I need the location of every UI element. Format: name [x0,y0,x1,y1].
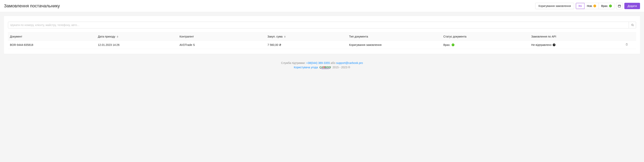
svg-point-1 [632,24,633,26]
cell-type: Коригування замовлення [347,41,442,49]
col-document[interactable]: Документ [8,32,96,41]
col-doc-type[interactable]: Тип документа [347,32,442,41]
sort-icon [117,36,118,38]
col-purchase-sum[interactable]: Закуп. сума [266,32,347,41]
col-status[interactable]: Статус документа [441,32,529,41]
support-email-link[interactable]: support@carbook.pro [336,61,363,64]
page-header: Замовлення постачальнику Коригування зам… [0,0,644,12]
cell-date: 12.01.2023 14:26 [96,41,178,49]
search-icon [631,24,634,26]
orders-table: Документ Дата приходу Контрагент Закуп. … [8,32,636,49]
button-label: Коригування замовлення [538,4,571,8]
cell-api: Не відправлено ? [529,41,617,49]
calendar-button[interactable] [616,3,623,9]
col-actions [617,32,636,41]
search-row [8,22,636,28]
support-label: Служба підтримки: [281,61,306,64]
footer-or: або [331,61,336,64]
table-row[interactable]: BOR-9444-835818 12.01.2023 14:26 AVDTrad… [8,41,636,49]
status-filter-segments: Усі Нов. ! Врах. ✓ [576,3,614,9]
filter-taken-button[interactable]: Врах. ✓ [599,3,614,9]
card-panel: Документ Дата приходу Контрагент Закуп. … [4,16,640,54]
filter-new-button[interactable]: Нов. ! [584,3,599,9]
cell-sum: 7 560,00 ₴ [266,41,347,49]
filter-label: Нов. [587,4,592,8]
table-header-row: Документ Дата приходу Контрагент Закуп. … [8,32,636,41]
exclamation-icon: ! [594,4,596,7]
search-input[interactable] [8,22,629,28]
cell-status: Врах. ✓ [441,41,529,49]
question-icon: ? [553,44,556,46]
carbook-logo: CAЯBOOK cause we love the cars [320,66,331,69]
col-date[interactable]: Дата приходу [96,32,178,41]
cell-actions [617,41,636,49]
footer-years: 2015 - 2023 [332,66,348,69]
check-icon: ✓ [609,4,612,7]
col-api[interactable]: Замовлення по API [529,32,617,41]
user-agreement-link[interactable]: Користувача угода [294,66,318,69]
filter-all-button[interactable]: Усі [576,3,584,9]
header-actions: Коригування замовлення Усі Нов. ! Врах. … [535,3,640,9]
add-button[interactable]: Додати [624,3,640,9]
col-counterparty[interactable]: Контрагент [178,32,266,41]
svg-text:cause we love the cars: cause we love the cars [322,69,329,70]
calendar-icon [618,4,621,8]
filter-label: Усі [578,4,582,8]
cell-document: BOR-9444-835818 [8,41,96,49]
button-label: Додати [628,4,637,8]
page-title: Замовлення постачальнику [4,4,60,8]
order-adjustment-button[interactable]: Коригування замовлення [535,3,574,9]
cell-counterparty: AVDTrade S [178,41,266,49]
svg-rect-0 [618,5,620,7]
check-icon: ✓ [452,44,454,46]
delete-icon[interactable] [625,43,628,46]
sort-icon [284,36,286,38]
svg-text:CAЯBOOK: CAЯBOOK [320,66,331,69]
content-area: Документ Дата приходу Контрагент Закуп. … [0,12,644,58]
registered-icon: ® [348,66,350,69]
page-footer: Служба підтримки: +38(044) 389-3355 або … [0,58,644,74]
search-button[interactable] [629,22,636,28]
support-phone-link[interactable]: +38(044) 389-3355 [306,61,330,64]
filter-label: Врах. [601,4,608,8]
